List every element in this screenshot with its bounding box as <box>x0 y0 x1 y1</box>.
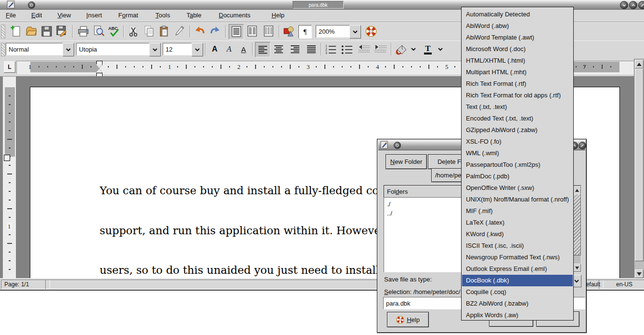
align-justify-button[interactable] <box>304 42 319 56</box>
file-type-option[interactable]: Text (.txt, .text) <box>462 101 573 113</box>
menu-view[interactable]: View <box>52 10 76 21</box>
indent-hourglass-top[interactable] <box>96 64 103 68</box>
font-color-button[interactable]: T <box>421 42 435 56</box>
file-type-option[interactable]: AbiWord (.abw) <box>462 20 573 32</box>
file-type-option[interactable]: Rich Text Format for old apps (.rtf) <box>462 90 573 101</box>
align-left-button[interactable] <box>255 42 270 57</box>
top-margin-marker[interactable] <box>4 155 10 161</box>
toolbar-drag-handle[interactable] <box>1 25 5 39</box>
font-combobox[interactable]: Utopia <box>76 43 154 55</box>
style-combobox-arrow[interactable] <box>63 43 74 56</box>
menu-help[interactable]: Help <box>267 10 289 21</box>
new-document-button[interactable] <box>9 24 23 39</box>
file-type-option[interactable]: PalmDoc (.pdb) <box>462 171 573 182</box>
menu-edit[interactable]: Edit <box>26 10 47 21</box>
bold-button[interactable]: A <box>208 42 221 56</box>
file-type-option[interactable]: OpenOffice Writer (.sxw) <box>462 182 573 194</box>
undo-button[interactable] <box>193 24 207 39</box>
font-size-combobox-arrow[interactable] <box>192 43 203 56</box>
vertical-ruler[interactable]: 1 <box>2 76 16 278</box>
file-type-option[interactable]: Applix Words (.aw) <box>462 309 573 321</box>
menu-insert[interactable]: Insert <box>81 10 107 21</box>
file-type-option[interactable]: Coquille (.coq) <box>462 286 573 298</box>
spellcheck-button[interactable]: ABC <box>107 24 121 39</box>
style-combobox[interactable]: Normal <box>6 43 67 55</box>
file-type-option[interactable]: GZipped AbiWord (.zabw) <box>462 124 573 136</box>
file-type-option[interactable]: Rich Text Format (.rtf) <box>462 78 573 90</box>
file-type-option[interactable]: Newsgroup Formatted Text (.nws) <box>462 252 573 263</box>
file-type-option[interactable]: PassepartoutToo (.xml2ps) <box>462 159 573 171</box>
status-language[interactable]: en-US <box>599 280 644 289</box>
menu-format[interactable]: Format <box>114 10 143 21</box>
file-type-option[interactable]: XSL-FO (.fo) <box>462 136 573 147</box>
cut-button[interactable] <box>126 24 141 39</box>
files-scrollbar-thumb[interactable] <box>573 194 581 255</box>
scroll-down-button[interactable] <box>635 269 644 278</box>
highlight-color-button[interactable] <box>394 42 409 56</box>
tab-selector-button[interactable]: L <box>4 61 15 73</box>
file-type-option[interactable]: LaTeX (.latex) <box>462 217 573 228</box>
file-type-option[interactable]: ISCII Text (.isc, .iscii) <box>462 240 573 252</box>
close-button[interactable] <box>638 1 644 9</box>
align-center-button[interactable] <box>271 42 286 56</box>
menu-table[interactable]: Table <box>181 10 206 21</box>
font-combobox-arrow[interactable] <box>149 43 161 56</box>
indent-hourglass-bottom[interactable] <box>96 68 103 73</box>
files-scroll-up-button[interactable] <box>573 186 581 194</box>
italic-button[interactable]: A <box>222 42 236 56</box>
save-button[interactable] <box>39 24 54 39</box>
file-type-option[interactable]: UNIX(tm) Nroff/Manual format (.nroff) <box>462 194 573 205</box>
file-type-option[interactable]: Microsoft Word (.doc) <box>462 43 573 55</box>
align-right-button[interactable] <box>288 42 302 56</box>
insert-graphic-button[interactable] <box>282 24 296 39</box>
paste-button[interactable] <box>157 24 171 39</box>
menu-tools[interactable]: Tools <box>151 10 175 21</box>
document-vscrollbar[interactable] <box>634 59 644 279</box>
minimize-button[interactable] <box>620 1 628 9</box>
redo-button[interactable] <box>208 24 222 39</box>
increase-indent-button[interactable] <box>374 42 388 56</box>
dialog-help-button[interactable]: Help <box>387 312 429 327</box>
save-as-button[interactable] <box>55 24 69 39</box>
file-type-option[interactable]: WML (.wml) <box>462 147 573 159</box>
help-button[interactable] <box>364 24 378 39</box>
vscrollbar-thumb[interactable] <box>635 68 644 261</box>
open-button[interactable] <box>24 24 39 39</box>
highlight-color-arrow[interactable] <box>409 44 418 54</box>
format-painter-button[interactable] <box>172 24 187 39</box>
zoom-combobox-arrow[interactable] <box>349 25 361 39</box>
files-scroll-down-button[interactable] <box>573 264 581 272</box>
new-folder-button[interactable]: New Folder <box>386 154 427 169</box>
maximize-button[interactable] <box>629 1 637 9</box>
decrease-indent-button[interactable] <box>357 42 372 56</box>
file-type-option[interactable]: Automatically Detected <box>462 9 573 20</box>
file-type-option[interactable]: Encoded Text (.txt, .text) <box>462 113 573 124</box>
bulleted-list-button[interactable] <box>340 42 354 56</box>
dialog-shade-button[interactable] <box>394 142 401 149</box>
print-preview-button[interactable] <box>91 24 106 39</box>
underline-button[interactable]: A <box>237 42 250 56</box>
toolbar-drag-handle[interactable] <box>1 43 5 56</box>
show-formatting-marks-button[interactable]: ¶ <box>298 25 312 39</box>
file-type-option[interactable]: Multipart HTML (.mht) <box>462 67 573 78</box>
menu-file[interactable]: File <box>1 10 21 21</box>
file-type-option[interactable]: KWord (.kwd) <box>462 228 573 240</box>
file-type-option[interactable]: Outlook Express Email (.eml) <box>462 263 573 275</box>
print-button[interactable] <box>76 24 90 39</box>
file-type-option[interactable]: BZ2 AbiWord (.bzabw) <box>462 298 573 309</box>
file-type-option[interactable]: AbiWord Template (.awt) <box>462 32 573 43</box>
dialog-close-button[interactable] <box>579 142 586 149</box>
file-type-option[interactable]: MIF (.mif) <box>462 205 573 217</box>
file-type-option-selected[interactable]: DocBook (.dbk) <box>462 275 573 286</box>
font-color-arrow[interactable] <box>436 44 445 54</box>
copy-button[interactable] <box>142 24 156 39</box>
file-type-option[interactable]: HTML/XHTML (.html) <box>462 55 573 67</box>
shade-button[interactable] <box>28 1 35 9</box>
view-two-column-button[interactable] <box>245 24 259 39</box>
zoom-combobox[interactable]: 200% <box>316 25 354 38</box>
view-one-column-button[interactable] <box>229 24 244 40</box>
menu-documents[interactable]: Documents <box>214 10 256 21</box>
scroll-up-button[interactable] <box>635 60 644 68</box>
view-three-column-button[interactable] <box>261 24 276 39</box>
numbered-list-button[interactable]: 123 <box>323 42 338 56</box>
